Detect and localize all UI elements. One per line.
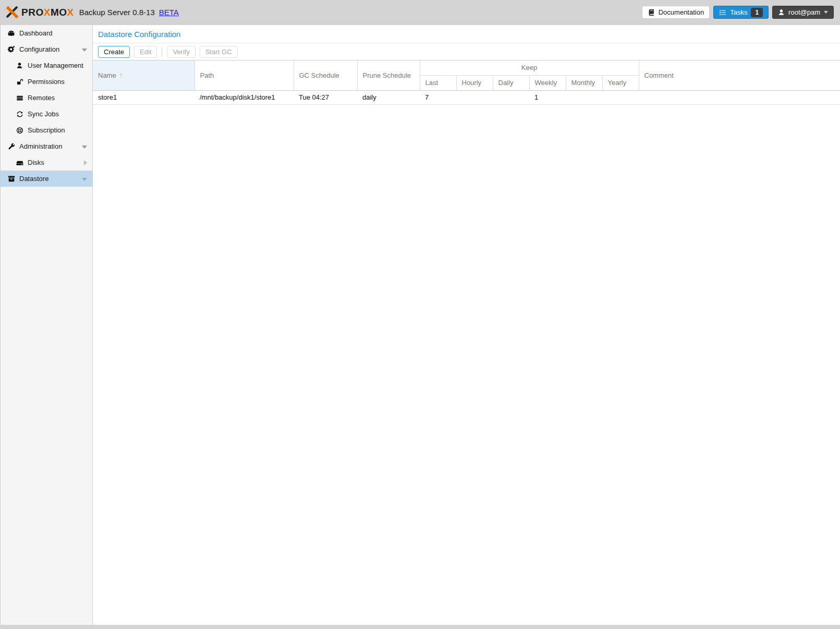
proxmox-x-logo-icon	[5, 5, 19, 19]
proxmox-logo: PROXMOX	[5, 5, 74, 19]
cell-keep-monthly	[566, 90, 602, 104]
gauge-icon	[7, 29, 16, 37]
documentation-button[interactable]: Documentation	[642, 6, 710, 19]
beta-link[interactable]: BETA	[159, 8, 179, 17]
sidebar: Dashboard Configuration User Management …	[0, 25, 93, 625]
column-group-keep: Keep	[420, 61, 639, 75]
column-header-comment[interactable]: Comment	[639, 61, 840, 90]
column-header-keep-monthly[interactable]: Monthly	[566, 75, 602, 90]
column-header-keep-yearly[interactable]: Yearly	[602, 75, 639, 90]
documentation-button-label: Documentation	[659, 8, 704, 16]
sidebar-item-sync-jobs[interactable]: Sync Jobs	[1, 106, 92, 122]
toolbar-separator	[162, 47, 162, 56]
task-list-icon	[719, 9, 726, 16]
column-header-keep-daily[interactable]: Daily	[493, 75, 529, 90]
title-bar: Datastore Configuration	[93, 25, 840, 43]
chevron-down-icon	[824, 11, 828, 14]
datastore-table: Name↑ Path GC Schedule Prune Schedule Ke…	[93, 61, 840, 105]
cell-keep-weekly: 1	[529, 90, 566, 104]
chevron-down-icon[interactable]	[82, 178, 87, 181]
sort-ascending-arrow-icon: ↑	[119, 71, 123, 79]
sidebar-item-label: Configuration	[19, 45, 59, 53]
column-header-keep-last[interactable]: Last	[420, 75, 456, 90]
start-gc-button[interactable]: Start GC	[200, 46, 238, 58]
table-row[interactable]: store1 /mnt/backup/disk1/store1 Tue 04:2…	[93, 90, 840, 104]
sidebar-item-label: Subscription	[28, 126, 65, 134]
main-content: Datastore Configuration Create Edit Veri…	[93, 25, 840, 625]
cell-name: store1	[93, 90, 194, 104]
sidebar-item-disks[interactable]: Disks	[1, 154, 92, 171]
sidebar-item-label: Permissions	[28, 78, 65, 86]
cell-comment	[639, 90, 840, 104]
cell-keep-last: 7	[420, 90, 456, 104]
wrench-icon	[7, 142, 16, 150]
unlock-icon	[15, 78, 24, 86]
logo-text-segment: X	[44, 7, 51, 18]
product-title: Backup Server 0.8-13	[79, 8, 155, 17]
sidebar-item-label: Sync Jobs	[28, 110, 59, 118]
edit-button[interactable]: Edit	[134, 46, 157, 58]
column-header-label: Name	[98, 71, 116, 79]
sidebar-item-user-management[interactable]: User Management	[1, 57, 92, 74]
proxmox-logo-text: PROXMOX	[21, 7, 74, 18]
sidebar-item-datastore[interactable]: Datastore	[1, 171, 92, 187]
gears-icon	[7, 45, 16, 53]
sidebar-item-administration[interactable]: Administration	[1, 138, 92, 154]
sidebar-item-permissions[interactable]: Permissions	[1, 74, 92, 90]
column-header-gc-schedule[interactable]: GC Schedule	[294, 61, 357, 90]
chevron-right-icon[interactable]	[84, 160, 87, 165]
tasks-button[interactable]: Tasks 1	[713, 6, 769, 19]
sidebar-item-configuration[interactable]: Configuration	[1, 41, 92, 57]
create-button[interactable]: Create	[98, 46, 130, 58]
verify-button[interactable]: Verify	[167, 46, 196, 58]
user-menu-label: root@pam	[788, 8, 820, 16]
user-icon	[778, 9, 785, 16]
sidebar-item-label: Disks	[28, 159, 44, 166]
book-icon	[648, 9, 655, 16]
logo-text-segment: PRO	[21, 7, 44, 18]
sidebar-item-remotes[interactable]: Remotes	[1, 90, 92, 106]
topbar: PROXMOX Backup Server 0.8-13 BETA Docume…	[0, 0, 840, 25]
hdd-icon	[15, 159, 24, 166]
sidebar-item-dashboard[interactable]: Dashboard	[1, 25, 92, 41]
column-header-prune-schedule[interactable]: Prune Schedule	[357, 61, 420, 90]
cell-path: /mnt/backup/disk1/store1	[194, 90, 294, 104]
app-shell: Dashboard Configuration User Management …	[0, 25, 840, 625]
cell-keep-daily	[493, 90, 529, 104]
sidebar-item-subscription[interactable]: Subscription	[1, 122, 92, 138]
cell-keep-hourly	[456, 90, 493, 104]
column-header-path[interactable]: Path	[194, 61, 294, 90]
sidebar-item-label: Dashboard	[19, 29, 53, 37]
sidebar-item-label: Remotes	[28, 94, 55, 102]
sidebar-item-label: Datastore	[19, 175, 48, 183]
cell-keep-yearly	[602, 90, 639, 104]
tasks-count-badge: 1	[751, 8, 763, 17]
cell-gc-schedule: Tue 04:27	[294, 90, 357, 104]
logo-text-segment: MO	[51, 7, 67, 18]
column-header-name[interactable]: Name↑	[93, 61, 194, 90]
logo-text-segment: X	[67, 7, 74, 18]
column-header-keep-hourly[interactable]: Hourly	[456, 75, 493, 90]
page-title: Datastore Configuration	[98, 30, 180, 39]
chevron-down-icon[interactable]	[82, 146, 87, 149]
tasks-button-label: Tasks	[730, 8, 747, 16]
cell-prune-schedule: daily	[357, 90, 420, 104]
sidebar-item-label: User Management	[28, 62, 83, 69]
chevron-down-icon[interactable]	[82, 49, 87, 52]
sidebar-item-label: Administration	[19, 142, 62, 150]
life-ring-icon	[15, 126, 24, 134]
toolbar: Create Edit Verify Start GC	[93, 43, 840, 61]
column-header-keep-weekly[interactable]: Weekly	[529, 75, 566, 90]
user-menu-button[interactable]: root@pam	[772, 6, 834, 19]
server-list-icon	[15, 94, 24, 102]
sync-icon	[15, 110, 24, 118]
archive-box-icon	[7, 175, 16, 183]
user-icon	[15, 62, 24, 69]
